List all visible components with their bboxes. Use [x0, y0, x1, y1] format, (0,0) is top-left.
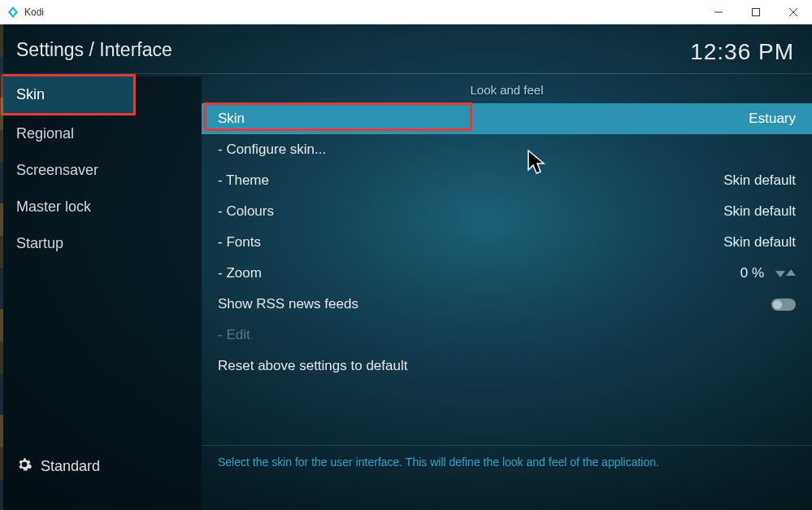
main-panel: Look and feel Skin Estuary - Configure s…: [202, 76, 812, 509]
setting-label: - Theme: [218, 172, 269, 189]
setting-label: - Fonts: [218, 234, 261, 251]
setting-value: 0 %: [740, 265, 764, 281]
window-title: Kodi: [24, 7, 700, 18]
help-text: Select the skin for the user interface. …: [202, 445, 812, 509]
sidebar-item-skin[interactable]: Skin: [3, 76, 133, 113]
setting-zoom[interactable]: - Zoom 0 %: [202, 258, 812, 289]
setting-label: Reset above settings to default: [218, 358, 407, 374]
setting-theme[interactable]: - Theme Skin default: [202, 165, 812, 196]
gear-icon: [16, 456, 33, 477]
settings-level-button[interactable]: Standard: [3, 445, 202, 509]
setting-skin[interactable]: Skin Estuary: [202, 103, 812, 134]
setting-label: - Configure skin...: [218, 142, 326, 158]
setting-configure-skin[interactable]: - Configure skin...: [202, 134, 812, 165]
header: Settings / Interface 12:36 PM: [0, 24, 812, 73]
sidebar-item-startup[interactable]: Startup: [3, 225, 202, 262]
setting-colours[interactable]: - Colours Skin default: [202, 196, 812, 227]
content: Skin Regional Screensaver Master lock St…: [0, 76, 812, 509]
clock: 12:36 PM: [690, 39, 794, 65]
setting-label: - Zoom: [218, 265, 262, 281]
toggle-off-icon[interactable]: [771, 299, 796, 311]
breadcrumb: Settings / Interface: [16, 39, 172, 61]
window-controls: [700, 0, 812, 24]
setting-value: Skin default: [723, 172, 796, 189]
window-titlebar: Kodi: [0, 0, 812, 24]
sidebar-item-master-lock[interactable]: Master lock: [3, 189, 202, 225]
maximize-button[interactable]: [737, 0, 775, 24]
close-button[interactable]: [775, 0, 812, 24]
kodi-logo-icon: [7, 6, 20, 19]
setting-label: - Colours: [218, 203, 274, 220]
sidebar-item-screensaver[interactable]: Screensaver: [3, 152, 202, 189]
setting-rss-toggle[interactable]: Show RSS news feeds: [202, 289, 812, 320]
setting-edit: - Edit: [202, 320, 812, 351]
svg-rect-1: [753, 8, 760, 15]
settings-level-label: Standard: [41, 458, 100, 475]
setting-value: Skin default: [723, 234, 796, 251]
zoom-controls: 0 %: [740, 265, 796, 281]
sidebar: Skin Regional Screensaver Master lock St…: [0, 76, 202, 509]
setting-reset-defaults[interactable]: Reset above settings to default: [202, 351, 812, 381]
minimize-button[interactable]: [700, 0, 737, 24]
setting-label: Skin: [218, 111, 245, 127]
highlight-box-sidebar: Skin: [1, 74, 136, 116]
app-body: Settings / Interface 12:36 PM Skin Regio…: [0, 24, 812, 510]
section-title: Look and feel: [202, 76, 812, 103]
sidebar-item-regional[interactable]: Regional: [3, 116, 202, 152]
decorative-edge: [0, 24, 3, 510]
setting-label: - Edit: [218, 327, 250, 343]
setting-value: Skin default: [723, 203, 796, 220]
stepper-arrows-icon[interactable]: [775, 269, 796, 277]
setting-fonts[interactable]: - Fonts Skin default: [202, 227, 812, 258]
setting-value: Estuary: [749, 111, 796, 127]
setting-label: Show RSS news feeds: [218, 296, 358, 312]
